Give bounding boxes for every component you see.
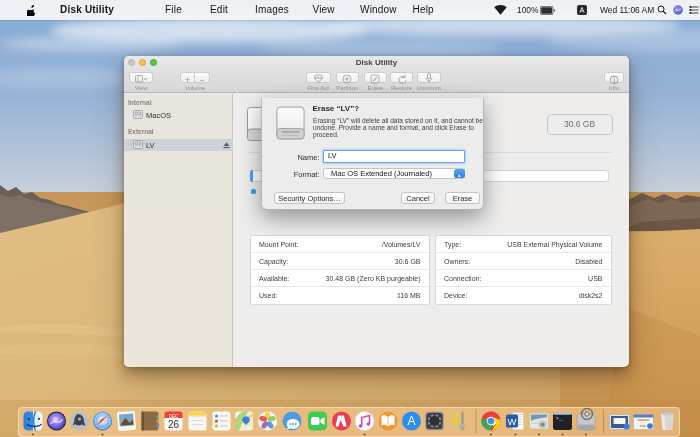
svg-text:A: A: [407, 414, 415, 428]
svg-text:DEC: DEC: [169, 414, 179, 419]
svg-text:26: 26: [168, 419, 180, 430]
svg-text:>_: >_: [556, 415, 564, 422]
svg-text:stop: stop: [640, 424, 647, 428]
svg-text:W: W: [508, 416, 517, 427]
